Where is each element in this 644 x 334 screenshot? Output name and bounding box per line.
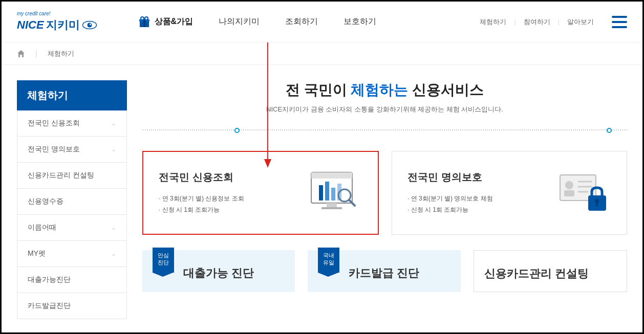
sidebar-item-card-consulting[interactable]: 신용카드관리 컨설팅	[17, 163, 126, 189]
card-desc: · 연 3회(분기 별) 명의보호 체험 · 신청 시 1회 조회가능	[407, 193, 555, 215]
sidebar-item-card-diag[interactable]: 카드발급진단	[17, 293, 126, 319]
chevron-down-icon: ⌄	[111, 224, 116, 231]
gift-icon	[138, 16, 151, 28]
service-cards-row: 전국민 신용조회 · 연 3회(분기 별) 신용정보 조회 · 신청 시 1회 …	[142, 151, 627, 235]
sidebar-item-name-how[interactable]: 이름어때 ⌄	[17, 215, 126, 241]
nav-protect[interactable]: 보호하기	[344, 16, 376, 28]
sidebar-item-identity-protect[interactable]: 전국민 명의보호 ⌄	[17, 137, 126, 163]
logo-brand-kr: 지키미	[46, 17, 80, 33]
card-title: 전국민 명의보호	[407, 170, 555, 184]
card-card-consulting[interactable]: 신용카드관리 컨설팅	[474, 250, 627, 292]
svg-rect-12	[331, 188, 335, 201]
card-cardissue-diag[interactable]: 국내 유일 카드발급 진단	[308, 250, 460, 292]
svg-rect-9	[311, 172, 352, 179]
main-header: my credit care! NICE 지키미 상품&가입 나의지키미 조회하…	[2, 2, 642, 42]
logo-tagline: my credit care!	[17, 11, 97, 16]
main-content: 전 국민이 체험하는 신용서비스 NICE지키미가 금융 소비자의 소통을 강화…	[142, 80, 627, 319]
sidebar-item-loan-diag[interactable]: 대출가능진단	[17, 267, 126, 293]
svg-point-6	[141, 17, 144, 20]
nav-label: 상품&가입	[155, 16, 194, 27]
dot-marker-icon	[234, 128, 240, 133]
bottom-card-title: 신용카드관리 컨설팅	[484, 266, 616, 281]
card-title: 전국민 신용조회	[159, 170, 306, 184]
breadcrumb-current: 체험하기	[48, 49, 74, 58]
card-desc: · 연 3회(분기 별) 신용정보 조회 · 신청 시 1회 조회가능	[159, 193, 306, 215]
ribbon-badge: 국내 유일	[318, 248, 339, 273]
util-participate[interactable]: 참여하기	[524, 17, 550, 27]
id-card-lock-icon	[555, 167, 611, 218]
svg-point-1	[87, 23, 92, 28]
svg-rect-11	[325, 182, 329, 201]
page-title: 전 국민이 체험하는 신용서비스	[142, 80, 627, 100]
sidebar-item-credit-receipt[interactable]: 신용영수증	[17, 189, 126, 215]
utility-nav: 체험하기 | 참여하기 | 알아보기	[480, 16, 627, 28]
bottom-card-title: 카드발급 진단	[349, 265, 450, 281]
util-experience[interactable]: 체험하기	[480, 17, 506, 27]
svg-point-2	[90, 24, 91, 25]
main-nav: 상품&가입 나의지키미 조회하기 보호하기	[138, 16, 480, 28]
svg-rect-20	[564, 190, 574, 196]
card-loan-diag[interactable]: 안심 진단 대출가능 진단	[142, 250, 295, 292]
chevron-down-icon: ⌄	[111, 146, 116, 153]
chevron-down-icon: ⌄	[111, 250, 116, 257]
sidebar-item-credit-inquiry[interactable]: 전국민 신용조회 ⌄	[17, 110, 126, 137]
sidebar: 체험하기 전국민 신용조회 ⌄ 전국민 명의보호 ⌄ 신용카드관리 컨설팅 신용…	[17, 80, 127, 319]
svg-rect-10	[319, 185, 323, 201]
card-identity-protect[interactable]: 전국민 명의보호 · 연 3회(분기 별) 명의보호 체험 · 신청 시 1회 …	[392, 151, 627, 235]
ribbon-badge: 안심 진단	[153, 248, 174, 273]
util-learn[interactable]: 알아보기	[567, 17, 594, 27]
breadcrumb: | 체험하기	[2, 42, 642, 65]
hamburger-menu-icon[interactable]	[612, 16, 627, 28]
bottom-cards-row: 안심 진단 대출가능 진단 국내 유일 카드발급 진단 신용카드관리 컨설팅	[142, 250, 627, 292]
nav-products[interactable]: 상품&가입	[138, 16, 194, 28]
divider-dotted	[142, 129, 627, 130]
bottom-card-title: 대출가능 진단	[183, 265, 285, 281]
home-icon[interactable]	[17, 50, 25, 58]
sidebar-item-mypet[interactable]: MY펫 ⌄	[17, 241, 126, 267]
svg-rect-14	[327, 203, 337, 207]
svg-point-7	[145, 17, 148, 20]
nav-inquiry[interactable]: 조회하기	[285, 16, 318, 28]
svg-rect-15	[321, 207, 342, 209]
svg-rect-26	[596, 202, 598, 206]
svg-rect-5	[143, 19, 145, 27]
logo[interactable]: my credit care! NICE 지키미	[17, 11, 97, 33]
eye-icon	[82, 20, 97, 30]
svg-point-19	[565, 181, 573, 189]
nav-my[interactable]: 나의지키미	[219, 16, 260, 28]
dot-marker-icon	[607, 128, 612, 133]
sidebar-list: 전국민 신용조회 ⌄ 전국민 명의보호 ⌄ 신용카드관리 컨설팅 신용영수증 이…	[17, 110, 127, 319]
chevron-down-icon: ⌄	[111, 120, 116, 127]
logo-brand-en: NICE	[17, 18, 44, 32]
sidebar-title: 체험하기	[17, 80, 127, 110]
card-credit-inquiry[interactable]: 전국민 신용조회 · 연 3회(분기 별) 신용정보 조회 · 신청 시 1회 …	[142, 151, 379, 235]
monitor-chart-icon	[306, 167, 362, 218]
page-subtitle: NICE지키미가 금융 소비자의 소통을 강화하기위해 제공하는 체험 서비스입…	[142, 105, 627, 114]
